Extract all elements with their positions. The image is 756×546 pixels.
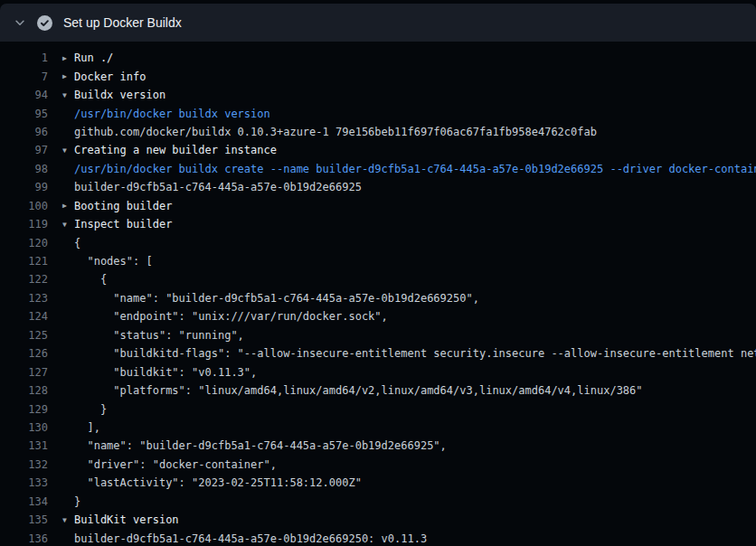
line-number[interactable]: 135	[0, 513, 48, 526]
line-number[interactable]: 96	[0, 126, 48, 138]
log-line: 123 "name": "builder-d9cfb5a1-c764-445a-…	[0, 289, 756, 307]
log-lines: 1▶Run ./7▶Docker info94▼Buildx version95…	[0, 42, 756, 546]
log-line: 134}	[0, 493, 756, 511]
line-number[interactable]: 126	[0, 347, 48, 360]
log-line: 121 "nodes": [	[0, 252, 756, 270]
log-line: 99builder-d9cfb5a1-c764-445a-a57e-0b19d2…	[0, 178, 756, 196]
output-text: "lastActivity": "2023-02-25T11:58:12.000…	[74, 476, 362, 489]
triangle-down-icon[interactable]: ▼	[62, 91, 74, 99]
line-number[interactable]: 131	[0, 439, 48, 452]
log-line: 98/usr/bin/docker buildx create --name b…	[0, 160, 756, 178]
line-number[interactable]: 97	[0, 144, 48, 156]
output-text: "name": "builder-d9cfb5a1-c764-445a-a57e…	[74, 439, 447, 452]
log-line: 136builder-d9cfb5a1-c764-445a-a57e-0b19d…	[0, 529, 756, 546]
output-text: github.com/docker/buildx 0.10.3+azure-1 …	[74, 126, 597, 138]
output-text: }	[74, 495, 80, 508]
line-number[interactable]: 136	[0, 532, 48, 545]
triangle-right-icon[interactable]: ▶	[62, 54, 74, 62]
line-number[interactable]: 95	[0, 108, 48, 120]
output-text: {	[74, 273, 107, 286]
line-number[interactable]: 132	[0, 458, 48, 471]
command-text: /usr/bin/docker buildx version	[74, 108, 270, 120]
log-line: 130 ],	[0, 419, 756, 437]
log-line: 127 "buildkit": "v0.11.3",	[0, 362, 756, 381]
log-line: 132 "driver": "docker-container",	[0, 456, 756, 474]
check-circle-icon	[37, 15, 52, 31]
triangle-down-icon[interactable]: ▼	[62, 146, 74, 155]
output-text: "buildkitd-flags": "--allow-insecure-ent…	[74, 347, 756, 360]
log-line[interactable]: 119▼Inspect builder	[0, 215, 756, 233]
output-text: "name": "builder-d9cfb5a1-c764-445a-a57e…	[74, 292, 479, 305]
line-number[interactable]: 125	[0, 329, 48, 342]
line-number[interactable]: 99	[0, 181, 48, 193]
line-number[interactable]: 121	[0, 255, 48, 268]
group-title: Booting builder	[74, 200, 172, 212]
output-text: builder-d9cfb5a1-c764-445a-a57e-0b19d2e6…	[74, 181, 362, 193]
output-text: "buildkit": "v0.11.3",	[74, 366, 257, 379]
line-number[interactable]: 124	[0, 310, 48, 323]
group-title: Creating a new builder instance	[74, 144, 277, 156]
log-line: 128 "platforms": "linux/amd64,linux/amd6…	[0, 381, 756, 400]
log-line: 126 "buildkitd-flags": "--allow-insecure…	[0, 344, 756, 362]
line-number[interactable]: 1	[0, 52, 48, 64]
output-text: "endpoint": "unix:///var/run/docker.sock…	[74, 310, 388, 323]
line-number[interactable]: 119	[0, 218, 48, 231]
log-viewer: Set up Docker Buildx 1▶Run ./7▶Docker in…	[0, 4, 756, 546]
output-text: ],	[74, 421, 100, 434]
line-number[interactable]: 98	[0, 163, 48, 175]
log-line[interactable]: 1▶Run ./	[0, 49, 756, 67]
output-text: "driver": "docker-container",	[74, 458, 277, 471]
line-number[interactable]: 120	[0, 237, 48, 249]
log-line: 96github.com/docker/buildx 0.10.3+azure-…	[0, 123, 756, 141]
triangle-down-icon[interactable]: ▼	[62, 516, 74, 524]
group-title: Buildx version	[74, 89, 165, 101]
chevron-down-icon[interactable]	[12, 14, 28, 31]
output-text: "status": "running",	[74, 329, 244, 342]
log-line: 120{	[0, 233, 756, 251]
output-text: "platforms": "linux/amd64,linux/amd64/v2…	[74, 384, 643, 397]
triangle-right-icon[interactable]: ▶	[62, 202, 74, 210]
output-text: {	[74, 237, 80, 249]
log-line: 125 "status": "running",	[0, 326, 756, 344]
output-text: builder-d9cfb5a1-c764-445a-a57e-0b19d2e6…	[74, 532, 427, 545]
output-text: }	[74, 403, 107, 416]
group-title: BuildKit version	[74, 513, 179, 526]
triangle-down-icon[interactable]: ▼	[62, 221, 74, 229]
line-number[interactable]: 129	[0, 403, 48, 416]
line-number[interactable]: 134	[0, 495, 48, 508]
line-number[interactable]: 127	[0, 366, 48, 379]
command-text: /usr/bin/docker buildx create --name bui…	[74, 163, 756, 175]
step-header[interactable]: Set up Docker Buildx	[0, 4, 756, 42]
step-title: Set up Docker Buildx	[63, 15, 182, 30]
line-number[interactable]: 94	[0, 89, 48, 101]
group-title: Inspect builder	[74, 218, 172, 231]
line-number[interactable]: 122	[0, 273, 48, 286]
output-text: "nodes": [	[74, 255, 153, 268]
log-line: 131 "name": "builder-d9cfb5a1-c764-445a-…	[0, 437, 756, 455]
line-number[interactable]: 123	[0, 292, 48, 305]
log-line[interactable]: 7▶Docker info	[0, 67, 756, 85]
log-line: 133 "lastActivity": "2023-02-25T11:58:12…	[0, 474, 756, 492]
group-title: Docker info	[74, 71, 146, 83]
log-line: 95/usr/bin/docker buildx version	[0, 104, 756, 122]
line-number[interactable]: 130	[0, 421, 48, 434]
line-number[interactable]: 100	[0, 200, 48, 212]
line-number[interactable]: 128	[0, 384, 48, 397]
log-line: 124 "endpoint": "unix:///var/run/docker.…	[0, 307, 756, 325]
log-line: 129 }	[0, 400, 756, 418]
triangle-right-icon[interactable]: ▶	[62, 72, 74, 80]
log-line: 122 {	[0, 270, 756, 288]
group-title: Run ./	[74, 52, 113, 64]
log-line[interactable]: 94▼Buildx version	[0, 86, 756, 104]
log-line[interactable]: 135▼BuildKit version	[0, 511, 756, 529]
log-line[interactable]: 100▶Booting builder	[0, 197, 756, 215]
log-line[interactable]: 97▼Creating a new builder instance	[0, 141, 756, 159]
line-number[interactable]: 133	[0, 476, 48, 489]
line-number[interactable]: 7	[0, 71, 48, 83]
